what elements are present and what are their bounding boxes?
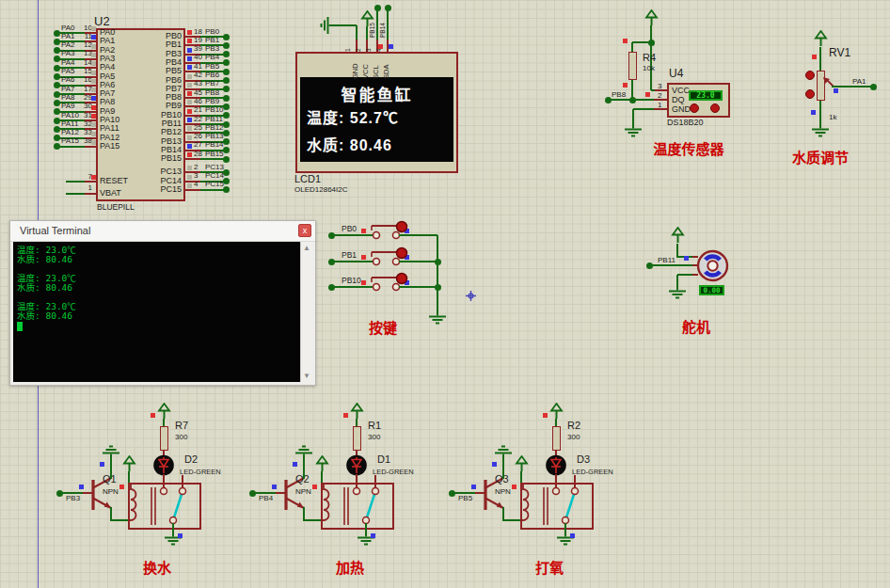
ground-terminal-icon [320, 16, 333, 35]
lcd-model-label: OLED12864I2C [294, 186, 347, 194]
pin-number: 3 [658, 83, 661, 90]
pin-number: 7 [77, 173, 92, 181]
state-marker [91, 140, 96, 145]
state-marker [471, 485, 476, 489]
wire [333, 261, 373, 262]
push-button-pb10[interactable] [369, 271, 410, 295]
wire [555, 419, 557, 426]
pin-number: 40 [194, 54, 202, 61]
pin-stub [182, 475, 183, 488]
junction-dot [223, 186, 230, 193]
state-marker [187, 74, 192, 79]
net-label: PB10 [205, 106, 224, 114]
state-marker [91, 105, 96, 110]
state-marker [187, 56, 192, 61]
power-terminal-icon [671, 227, 685, 244]
pin-number: 41 [194, 63, 202, 71]
pin-number: 1 [658, 102, 661, 109]
mcu-model-label: BLUEPILL [97, 203, 135, 212]
wire [819, 101, 821, 125]
pin-number: 12 [77, 41, 92, 49]
net-label: PB0 [205, 28, 219, 36]
state-marker [543, 413, 548, 418]
state-marker [91, 175, 96, 180]
state-marker [91, 61, 96, 66]
caption-relay-0: 换水 [128, 557, 186, 577]
pin-number: 2 [194, 164, 198, 171]
ground-terminal-icon [668, 286, 687, 299]
state-marker [293, 462, 297, 467]
led-ref-label: D2 [184, 454, 198, 466]
state-marker [492, 462, 497, 467]
state-marker [91, 79, 96, 84]
junction-dot [223, 112, 230, 119]
state-marker [91, 87, 96, 92]
pin-number: 19 [194, 37, 202, 44]
led-ref-label: D1 [377, 454, 390, 466]
scroll-up-icon[interactable]: ▲ [301, 244, 312, 252]
resistor-r1[interactable] [353, 426, 361, 451]
state-marker [187, 48, 192, 53]
wire [502, 458, 504, 479]
pin-stub [185, 158, 200, 160]
pot-increase-button[interactable] [805, 71, 815, 80]
state-marker [187, 109, 192, 114]
caption-temp-sensor: 温度传感器 [650, 138, 727, 158]
close-icon[interactable]: x [298, 224, 311, 237]
push-button-pb1[interactable] [369, 246, 410, 270]
relay-打氧[interactable] [520, 482, 596, 531]
state-marker [187, 118, 192, 122]
terminal-scrollbar[interactable]: ▲ ▼ [300, 242, 312, 382]
wire [631, 42, 633, 52]
resistor-r7[interactable] [160, 426, 168, 451]
temp-down-button[interactable] [710, 103, 720, 113]
lcd-pin-name: SDA [383, 55, 390, 79]
temp-up-button[interactable] [690, 103, 699, 113]
relay-换水[interactable] [128, 482, 203, 531]
net-label: PB0 [342, 225, 357, 233]
push-button-pb0[interactable] [369, 219, 410, 244]
pin-number: 1 [77, 184, 92, 192]
pin-number: 13 [77, 50, 92, 57]
pin-number: 31 [77, 112, 92, 119]
virtual-terminal-window[interactable]: Virtual Terminal x 温度: 23.0℃水质: 80.46 温度… [9, 220, 316, 386]
terminal-line: 水质: 80.46 [17, 283, 296, 293]
temp-sensor-display: 23.0 [689, 90, 723, 101]
net-label: PB8 [205, 89, 219, 97]
terminal-line: 水质: 80.46 [17, 311, 296, 321]
junction-dot [223, 86, 230, 92]
state-marker [187, 183, 192, 188]
virtual-terminal-titlebar[interactable]: Virtual Terminal x [10, 221, 315, 242]
junction-dot [870, 84, 877, 90]
servo-motor[interactable] [695, 248, 730, 283]
net-label: PC14 [205, 172, 224, 180]
led-type-label: LED-GREEN [572, 469, 613, 476]
state-marker [187, 152, 192, 157]
power-terminal-icon [644, 9, 659, 26]
net-label: PB13 [205, 133, 224, 140]
net-label: PB15 [370, 11, 376, 38]
junction-dot [223, 77, 230, 84]
ground-terminal-icon [811, 124, 830, 137]
pin-name: RESET [100, 177, 128, 185]
junction-dot [223, 51, 230, 57]
state-marker [187, 175, 192, 180]
resistor-r4[interactable] [628, 52, 637, 80]
state-marker [645, 92, 650, 97]
pin-number: 42 [194, 72, 202, 79]
state-marker [100, 462, 104, 467]
scroll-down-icon[interactable]: ▼ [301, 372, 312, 380]
net-label: PA8 [61, 94, 75, 102]
resistor-r2[interactable] [552, 426, 561, 451]
pot-ref-label: RV1 [829, 47, 850, 59]
pin-name: DQ [672, 96, 685, 104]
caption-keys: 按键 [358, 317, 408, 337]
sensor-model-label: DS18B20 [667, 119, 704, 127]
pot-decrease-button[interactable] [805, 89, 815, 99]
power-terminal-icon [549, 403, 564, 420]
virtual-terminal-title: Virtual Terminal [20, 225, 90, 236]
net-label: PA1 [852, 78, 866, 86]
pin-stub [185, 181, 200, 183]
state-marker [187, 91, 192, 96]
relay-加热[interactable] [321, 482, 396, 531]
